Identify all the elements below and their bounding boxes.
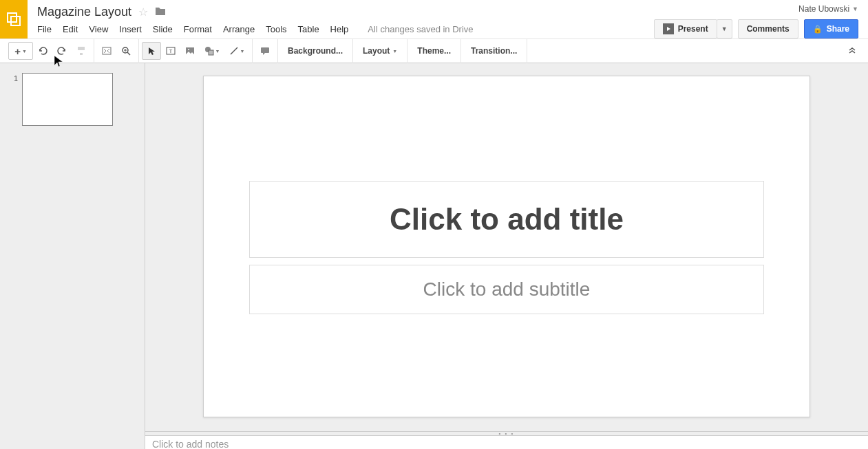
share-button[interactable]: 🔒 Share (804, 19, 858, 39)
user-name: Nate Ubowski (798, 4, 849, 14)
line-icon (229, 46, 239, 56)
svg-line-5 (127, 52, 130, 55)
collapse-toolbar-button[interactable] (842, 45, 862, 57)
shape-tool[interactable]: ▼ (200, 42, 224, 60)
share-label: Share (827, 24, 849, 34)
svg-rect-15 (261, 47, 269, 53)
fit-icon (101, 45, 112, 56)
redo-icon (56, 45, 67, 56)
caret-down-icon: ▼ (392, 49, 397, 54)
comment-tool[interactable] (255, 42, 275, 60)
image-tool[interactable] (180, 42, 200, 60)
svg-rect-3 (103, 47, 111, 54)
chevron-up-double-icon (847, 45, 857, 55)
star-icon[interactable]: ☆ (138, 6, 148, 19)
menu-tools[interactable]: Tools (260, 21, 292, 37)
select-tool[interactable] (142, 42, 161, 60)
title-placeholder[interactable]: Click to add title (249, 181, 764, 258)
subtitle-placeholder[interactable]: Click to add subtitle (249, 265, 764, 314)
undo-button[interactable] (33, 42, 52, 60)
textbox-tool[interactable]: T (161, 42, 180, 60)
caret-down-icon: ▼ (215, 49, 220, 54)
svg-rect-1 (11, 17, 20, 25)
layout-button[interactable]: Layout ▼ (356, 42, 404, 60)
menu-format[interactable]: Format (178, 21, 218, 37)
line-tool[interactable]: ▼ (224, 42, 249, 60)
svg-point-11 (188, 49, 189, 50)
play-icon (663, 23, 674, 34)
doc-title[interactable]: Magazine Layout (37, 5, 131, 19)
menu-edit[interactable]: Edit (57, 21, 83, 37)
lock-icon: 🔒 (813, 25, 823, 34)
speaker-notes[interactable]: Click to add notes (145, 435, 868, 449)
layout-label: Layout (363, 46, 390, 56)
svg-rect-13 (209, 50, 213, 55)
comments-button[interactable]: Comments (738, 19, 798, 39)
present-button[interactable]: Present (654, 19, 717, 39)
folder-icon[interactable] (155, 6, 166, 18)
film-strip[interactable]: 1 (0, 63, 145, 449)
zoom-icon (120, 45, 131, 56)
slide-number: 1 (12, 73, 22, 83)
plus-icon: + (14, 45, 21, 57)
undo-icon (37, 45, 48, 56)
transition-button[interactable]: Transition... (464, 42, 524, 60)
menu-slide[interactable]: Slide (147, 21, 178, 37)
redo-button[interactable] (52, 42, 72, 60)
menu-arrange[interactable]: Arrange (218, 21, 260, 37)
svg-line-14 (231, 47, 237, 54)
menu-insert[interactable]: Insert (114, 21, 147, 37)
caret-down-icon: ▼ (22, 49, 27, 54)
menu-file[interactable]: File (37, 21, 57, 37)
image-icon (184, 45, 195, 56)
slide-thumbnail[interactable] (22, 73, 113, 126)
svg-rect-2 (78, 47, 85, 50)
svg-text:T: T (169, 48, 173, 54)
cursor-icon (147, 46, 156, 56)
theme-button[interactable]: Theme... (410, 42, 458, 60)
paint-format-button[interactable] (72, 42, 91, 60)
slide[interactable]: Click to add title Click to add subtitle (203, 76, 810, 417)
slide-thumb-row[interactable]: 1 (0, 73, 145, 135)
comment-icon (260, 45, 271, 56)
menu-help[interactable]: Help (325, 21, 354, 37)
toolbar: + ▼ T ▼ (0, 39, 868, 63)
present-label: Present (678, 24, 708, 34)
app-logo[interactable] (0, 0, 28, 39)
new-slide-button[interactable]: + ▼ (8, 42, 33, 60)
caret-down-icon: ▼ (852, 6, 858, 12)
caret-down-icon: ▼ (240, 49, 245, 54)
shape-icon (204, 46, 214, 56)
comments-label: Comments (747, 24, 790, 34)
canvas[interactable]: Click to add title Click to add subtitle (145, 63, 868, 431)
menu-table[interactable]: Table (293, 21, 325, 37)
paint-roller-icon (76, 45, 87, 56)
slides-icon (6, 11, 22, 28)
user-menu[interactable]: Nate Ubowski ▼ (798, 4, 858, 14)
svg-rect-0 (8, 13, 17, 22)
background-button[interactable]: Background... (281, 42, 350, 60)
present-dropdown[interactable]: ▼ (717, 19, 732, 39)
menu-view[interactable]: View (83, 21, 114, 37)
zoom-button[interactable] (116, 42, 136, 60)
save-status: All changes saved in Drive (368, 24, 473, 34)
zoom-fit-button[interactable] (97, 42, 116, 60)
textbox-icon: T (165, 45, 176, 56)
